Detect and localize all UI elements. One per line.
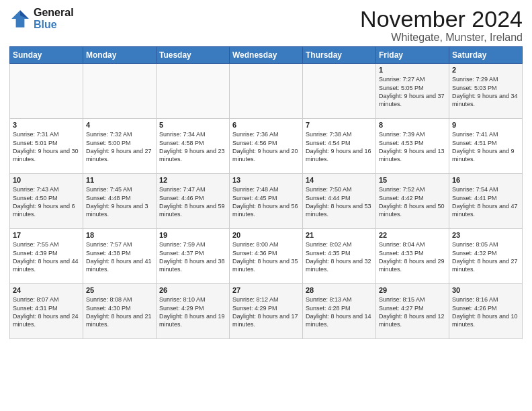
calendar-cell: 24Sunrise: 8:07 AMSunset: 4:31 PMDayligh… [10,284,83,339]
day-number: 10 [13,176,80,184]
logo: General Blue [9,7,74,31]
day-number: 9 [452,121,519,129]
day-info: Sunrise: 7:27 AMSunset: 5:05 PMDaylight:… [379,75,446,108]
calendar-table: SundayMondayTuesdayWednesdayThursdayFrid… [9,46,523,339]
weekday-header-thursday: Thursday [303,47,376,64]
calendar-cell: 26Sunrise: 8:10 AMSunset: 4:29 PMDayligh… [157,284,230,339]
calendar-header-row: SundayMondayTuesdayWednesdayThursdayFrid… [10,47,523,64]
day-number: 26 [159,286,226,294]
weekday-header-monday: Monday [83,47,157,64]
day-number: 13 [232,176,300,184]
day-number: 15 [379,176,446,184]
day-number: 16 [452,176,519,184]
weekday-header-wednesday: Wednesday [230,47,303,64]
calendar-cell: 12Sunrise: 7:47 AMSunset: 4:46 PMDayligh… [157,174,230,229]
day-info: Sunrise: 7:36 AMSunset: 4:56 PMDaylight:… [232,130,300,163]
day-info: Sunrise: 8:13 AMSunset: 4:28 PMDaylight:… [306,295,373,328]
day-info: Sunrise: 7:59 AMSunset: 4:37 PMDaylight:… [159,240,226,273]
day-info: Sunrise: 8:12 AMSunset: 4:29 PMDaylight:… [232,295,300,328]
calendar-week-row: 3Sunrise: 7:31 AMSunset: 5:01 PMDaylight… [10,119,523,174]
day-info: Sunrise: 8:02 AMSunset: 4:35 PMDaylight:… [306,240,373,273]
calendar-cell [157,64,230,119]
day-number: 8 [379,121,446,129]
calendar-cell: 29Sunrise: 8:15 AMSunset: 4:27 PMDayligh… [376,284,449,339]
header-row: General Blue November 2024 Whitegate, Mu… [9,7,523,44]
calendar-cell: 21Sunrise: 8:02 AMSunset: 4:35 PMDayligh… [303,229,376,284]
day-number: 12 [159,176,226,184]
day-info: Sunrise: 7:43 AMSunset: 4:50 PMDaylight:… [13,185,80,218]
calendar-cell: 1Sunrise: 7:27 AMSunset: 5:05 PMDaylight… [376,64,449,119]
day-number: 21 [306,231,373,239]
calendar-cell: 25Sunrise: 8:08 AMSunset: 4:30 PMDayligh… [83,284,157,339]
day-number: 25 [86,286,153,294]
day-info: Sunrise: 7:57 AMSunset: 4:38 PMDaylight:… [86,240,153,273]
calendar-cell: 20Sunrise: 8:00 AMSunset: 4:36 PMDayligh… [230,229,303,284]
calendar-cell: 11Sunrise: 7:45 AMSunset: 4:48 PMDayligh… [83,174,157,229]
day-info: Sunrise: 7:55 AMSunset: 4:39 PMDaylight:… [13,240,80,273]
day-number: 23 [452,231,519,239]
day-number: 24 [13,286,80,294]
calendar-cell: 13Sunrise: 7:48 AMSunset: 4:45 PMDayligh… [230,174,303,229]
calendar-cell [10,64,83,119]
calendar-cell: 27Sunrise: 8:12 AMSunset: 4:29 PMDayligh… [230,284,303,339]
day-info: Sunrise: 8:07 AMSunset: 4:31 PMDaylight:… [13,295,80,328]
calendar-cell [83,64,157,119]
day-info: Sunrise: 7:50 AMSunset: 4:44 PMDaylight:… [306,185,373,218]
day-number: 28 [306,286,373,294]
calendar-cell: 7Sunrise: 7:38 AMSunset: 4:54 PMDaylight… [303,119,376,174]
day-info: Sunrise: 7:47 AMSunset: 4:46 PMDaylight:… [159,185,226,218]
day-number: 29 [379,286,446,294]
day-number: 1 [379,66,446,74]
logo-text: General Blue [34,7,74,31]
calendar-cell: 17Sunrise: 7:55 AMSunset: 4:39 PMDayligh… [10,229,83,284]
day-number: 19 [159,231,226,239]
day-number: 6 [232,121,300,129]
day-number: 5 [159,121,226,129]
calendar-week-row: 10Sunrise: 7:43 AMSunset: 4:50 PMDayligh… [10,174,523,229]
calendar-cell: 30Sunrise: 8:16 AMSunset: 4:26 PMDayligh… [449,284,523,339]
day-number: 3 [13,121,80,129]
day-number: 17 [13,231,80,239]
day-info: Sunrise: 7:41 AMSunset: 4:51 PMDaylight:… [452,130,519,163]
day-info: Sunrise: 7:52 AMSunset: 4:42 PMDaylight:… [379,185,446,218]
day-number: 18 [86,231,153,239]
day-number: 11 [86,176,153,184]
day-info: Sunrise: 8:08 AMSunset: 4:30 PMDaylight:… [86,295,153,328]
weekday-header-saturday: Saturday [449,47,523,64]
day-info: Sunrise: 8:10 AMSunset: 4:29 PMDaylight:… [159,295,226,328]
day-info: Sunrise: 7:54 AMSunset: 4:41 PMDaylight:… [452,185,519,218]
calendar-cell: 8Sunrise: 7:39 AMSunset: 4:53 PMDaylight… [376,119,449,174]
calendar-cell: 19Sunrise: 7:59 AMSunset: 4:37 PMDayligh… [157,229,230,284]
calendar-cell: 4Sunrise: 7:32 AMSunset: 5:00 PMDaylight… [83,119,157,174]
calendar-cell [230,64,303,119]
day-info: Sunrise: 8:16 AMSunset: 4:26 PMDaylight:… [452,295,519,328]
calendar-cell: 28Sunrise: 8:13 AMSunset: 4:28 PMDayligh… [303,284,376,339]
calendar-cell: 18Sunrise: 7:57 AMSunset: 4:38 PMDayligh… [83,229,157,284]
day-number: 2 [452,66,519,74]
weekday-header-friday: Friday [376,47,449,64]
logo-icon [9,8,31,30]
title-section: November 2024 Whitegate, Munster, Irelan… [360,7,523,44]
day-number: 4 [86,121,153,129]
calendar-cell: 9Sunrise: 7:41 AMSunset: 4:51 PMDaylight… [449,119,523,174]
calendar-cell: 15Sunrise: 7:52 AMSunset: 4:42 PMDayligh… [376,174,449,229]
day-number: 27 [232,286,300,294]
calendar-cell: 6Sunrise: 7:36 AMSunset: 4:56 PMDaylight… [230,119,303,174]
calendar-cell [303,64,376,119]
day-info: Sunrise: 8:00 AMSunset: 4:36 PMDaylight:… [232,240,300,273]
day-info: Sunrise: 8:05 AMSunset: 4:32 PMDaylight:… [452,240,519,273]
calendar-cell: 3Sunrise: 7:31 AMSunset: 5:01 PMDaylight… [10,119,83,174]
day-info: Sunrise: 7:39 AMSunset: 4:53 PMDaylight:… [379,130,446,163]
page-container: General Blue November 2024 Whitegate, Mu… [0,0,532,343]
calendar-cell: 16Sunrise: 7:54 AMSunset: 4:41 PMDayligh… [449,174,523,229]
calendar-cell: 22Sunrise: 8:04 AMSunset: 4:33 PMDayligh… [376,229,449,284]
day-info: Sunrise: 7:29 AMSunset: 5:03 PMDaylight:… [452,75,519,108]
calendar-cell: 14Sunrise: 7:50 AMSunset: 4:44 PMDayligh… [303,174,376,229]
calendar-cell: 5Sunrise: 7:34 AMSunset: 4:58 PMDaylight… [157,119,230,174]
calendar-cell: 10Sunrise: 7:43 AMSunset: 4:50 PMDayligh… [10,174,83,229]
day-number: 14 [306,176,373,184]
day-number: 7 [306,121,373,129]
day-info: Sunrise: 8:15 AMSunset: 4:27 PMDaylight:… [379,295,446,328]
day-number: 22 [379,231,446,239]
calendar-cell: 2Sunrise: 7:29 AMSunset: 5:03 PMDaylight… [449,64,523,119]
